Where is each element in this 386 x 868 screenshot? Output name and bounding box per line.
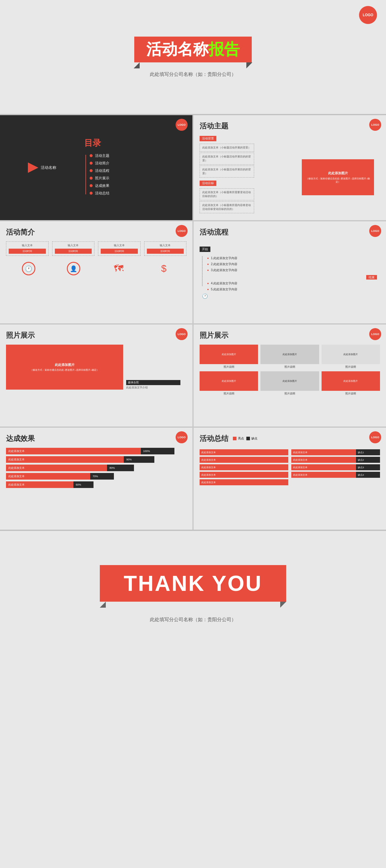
photo-item-6: 此处添加图片 照片说明 [322, 371, 380, 396]
summary-right-3: 此处添加文本 缺点3 [291, 464, 380, 470]
summary-left-3: 此处添加文本 [200, 464, 288, 470]
intro-card-label-1: 输入文本 [9, 244, 46, 247]
toc-right-panel: 目录 活动主题 活动简介 活动流程 [78, 131, 186, 204]
theme-text-3: 此处添加文本（小标题活动开展目的的背景） [200, 165, 254, 178]
achieve-row-5: 此处添加文本 60% [6, 482, 174, 488]
summary-bar-left-5: 此处添加文本 [200, 479, 288, 485]
flow-content: 开始 ● 1.此处添加文字内容 ● 2.此处添加文字内容 ● 3.此处添加文字内… [200, 242, 380, 299]
title-main: 活动名称 [146, 39, 208, 60]
toc-dot-5 [90, 184, 93, 187]
title-banner-bg: 活动名称 报告 [134, 37, 252, 62]
summary-content: 此处添加文本 此处添加文本 此处添加文本 此处添加文本 [200, 448, 380, 487]
summary-bar-right-2: 此处添加文本 [291, 457, 356, 463]
summary-legend: 亮点 缺点 [233, 436, 257, 441]
achieve-bar-red-2: 此处添加文本 [6, 456, 124, 463]
achieve-bar-dark-4: 70% [90, 473, 114, 479]
summary-bar-left-2: 此处添加文本 [200, 457, 288, 463]
summary-left-1: 此处添加文本 [200, 449, 288, 455]
theme-tag-target: 活动目标 [200, 181, 216, 186]
intro-cards: 输入文本 活动时间 输入文本 活动时间 输入文本 活动时间 输入文本 活动时间 [6, 242, 186, 256]
icon-person: 👤 [67, 262, 80, 275]
theme-image-hint: （修改方式：鼠标右键点击此处–更改图片–选择目标图片–确定） [304, 177, 372, 184]
flow-end-tag-container: 结束 [207, 274, 377, 280]
summary-bar-right-4: 此处添加文本 [291, 472, 356, 478]
photo-single-logo: LOGO [175, 328, 188, 340]
icon-dollar: $ [157, 262, 170, 275]
thankyou-text: THANK YOU [124, 571, 262, 596]
summary-header: 活动总结 亮点 缺点 [200, 434, 380, 443]
flow-vertical-line [202, 256, 202, 286]
photo-img-6: 此处添加图片 [322, 371, 380, 391]
achieve-bar-red-4: 此处添加文本 [6, 473, 90, 479]
title-report: 报告 [208, 39, 240, 60]
summary-right-2: 此处添加文本 缺点2 [291, 457, 380, 463]
photo-media-area: 媒体合照 此处添加文字介绍 [126, 345, 181, 390]
achieve-bar-dark-2: 90% [124, 456, 154, 463]
toc-activity-label: 活动名称 [28, 162, 56, 173]
theme-left: 活动背景 此处添加文本（小标题活动开展的背景） 此处添加文本（小标题活动开展目的… [200, 135, 299, 214]
summary-left-panel: 此处添加文本 此处添加文本 此处添加文本 此处添加文本 [200, 448, 288, 487]
thankyou-banner: THANK YOU [100, 565, 287, 602]
intro-card-label-4: 输入文本 [147, 244, 184, 247]
summary-tag-right-4: 缺点4 [356, 472, 380, 478]
toc-item-5: 达成效果 [90, 183, 181, 188]
photo-img-3: 此处添加图片 [322, 345, 380, 364]
photo-item-3: 此处添加图片 照片说明 [322, 345, 380, 369]
photo-caption-5: 照片说明 [260, 392, 319, 396]
intro-card-time-2: 活动时间 [55, 249, 92, 254]
summary-bar-right-3: 此处添加文本 [291, 464, 356, 470]
toc-dot-1 [90, 154, 93, 157]
achieve-row-1: 此处添加文本 100% [6, 448, 174, 455]
achieve-title: 达成效果 [6, 434, 186, 443]
summary-bar-left-4: 此处添加文本 [200, 472, 288, 478]
intro-card-time-3: 活动时间 [101, 249, 138, 254]
summary-right-1: 此处添加文本 缺点1 [291, 449, 380, 455]
achieve-row-2: 此处添加文本 90% [6, 456, 174, 463]
slide-toc: LOGO 活动名称 目录 活动主题 活 [0, 115, 192, 220]
photo-caption-2: 照片说明 [260, 365, 319, 369]
photo-main-image: 此处添加图片 （修改方式：鼠标右键点击此处–更改图片–选择目标图片–确定） [6, 345, 123, 390]
flow-item-1: ● 1.此处添加文字内容 [207, 256, 380, 260]
photo-item-4: 此处添加图片 照片说明 [200, 371, 258, 396]
theme-text-4: 此处添加文本（小标题将所需要变动活动目标的目的） [200, 188, 254, 200]
photo-caption-1: 照片说明 [200, 365, 258, 369]
flow-end-tag: 结束 [366, 275, 377, 280]
slide-intro: LOGO 活动简介 输入文本 活动时间 输入文本 活动时间 输入文本 活动时间 … [0, 221, 192, 323]
flow-start-tag: 开始 [200, 247, 211, 252]
play-icon [28, 162, 38, 173]
toc-left-panel: 活动名称 [6, 157, 78, 179]
toc-item-4: 照片展示 [90, 176, 181, 181]
intro-card-3: 输入文本 活动时间 [98, 242, 140, 256]
flow-title: 活动流程 [200, 227, 380, 237]
thankyou-subtitle: 此处填写分公司名称（如：贵阳分公司） [150, 617, 236, 623]
slide-theme: LOGO 活动主题 活动背景 此处添加文本（小标题活动开展的背景） 此处添加文本… [194, 115, 386, 220]
title-banner: 活动名称 报告 [134, 37, 252, 62]
intro-card-2: 输入文本 活动时间 [52, 242, 95, 256]
theme-tag-bg: 活动背景 [200, 136, 216, 141]
photo-caption-4: 照片说明 [200, 392, 258, 396]
flow-logo: LOGO [369, 225, 381, 237]
shortcoming-dot [246, 437, 250, 440]
slide-summary: LOGO 活动总结 亮点 缺点 此处添加文本 [194, 428, 386, 530]
flow-clock-icon: 🕐 [202, 293, 380, 299]
toc-logo: LOGO [175, 119, 188, 131]
toc-item-6: 活动总结 [90, 191, 181, 196]
photo-image-hint: （修改方式：鼠标右键点击此处–更改图片–选择目标图片–确定） [27, 368, 102, 372]
slide-flow: LOGO 活动流程 开始 ● 1.此处添加文字内容 ● 2.此处添加文字内容 ●… [194, 221, 386, 323]
slide-achieve: LOGO 达成效果 此处添加文本 100% 此处添加文本 90% [0, 428, 192, 530]
achieve-bar-red-5: 此处添加文本 [6, 482, 73, 488]
summary-right-panel: 此处添加文本 缺点1 此处添加文本 缺点2 此处添加文本 [291, 448, 380, 487]
flow-item-3: ● 3.此处添加文字内容 [207, 268, 380, 272]
intro-card-1: 输入文本 活动时间 [6, 242, 49, 256]
toc-item-3: 活动流程 [90, 168, 181, 173]
summary-left-4: 此处添加文本 [200, 472, 288, 478]
photo-item-1: 此处添加图片 照片说明 [200, 345, 258, 369]
slides-grid: LOGO 活动名称 目录 活动主题 活 [0, 115, 386, 530]
intro-title: 活动简介 [6, 227, 186, 237]
corner-decoration-left [134, 62, 140, 68]
flow-item-4: ● 4.此处添加文字内容 [207, 281, 380, 285]
photo-grid-container: 此处添加图片 照片说明 此处添加图片 照片说明 此处添加图片 照片说明 此处添加… [200, 345, 380, 396]
toc-vertical-line [86, 155, 86, 194]
achieve-row-3: 此处添加文本 80% [6, 465, 174, 471]
theme-tag2-container: 活动目标 [200, 180, 299, 187]
